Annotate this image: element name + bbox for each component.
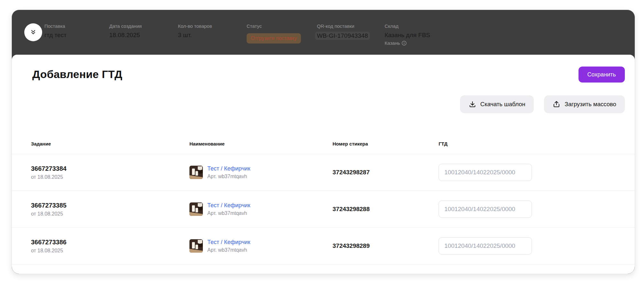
product-article: Арт. wb37mtqavh bbox=[207, 174, 250, 179]
supply-card: Поставка гтд тест Дата создания 18.08.20… bbox=[12, 10, 635, 274]
product-info: Тест / Кефирчик Арт. wb37mtqavh bbox=[207, 202, 250, 216]
product-article: Арт. wb37mtqavh bbox=[207, 247, 250, 253]
gtd-panel: Добавление ГТД Сохранить Скачать шаблон bbox=[12, 55, 635, 274]
column-header-gtd: ГТД bbox=[439, 141, 619, 146]
product-info: Тест / Кефирчик Арт. wb37mtqavh bbox=[207, 239, 250, 253]
upload-icon bbox=[553, 100, 560, 108]
warehouse-sub-label: Казань bbox=[385, 40, 400, 46]
column-header-sticker: Номер стикера bbox=[333, 141, 439, 146]
save-button[interactable]: Сохранить bbox=[579, 67, 625, 83]
field-supply-value: гтд тест bbox=[44, 32, 109, 39]
page: Поставка гтд тест Дата создания 18.08.20… bbox=[0, 0, 644, 284]
column-header-task: Задание bbox=[31, 141, 189, 146]
supply-summary-header: Поставка гтд тест Дата создания 18.08.20… bbox=[12, 10, 635, 55]
bulk-upload-button[interactable]: Загрузить массово bbox=[544, 95, 625, 113]
table-row: 3667273384 от 18.08.2025 bbox=[12, 154, 635, 191]
field-supply: Поставка гтд тест bbox=[44, 23, 109, 39]
page-title: Добавление ГТД bbox=[32, 68, 625, 81]
field-items-count: Кол-во товаров 3 шт. bbox=[178, 23, 247, 39]
task-cell: 3667273386 от 18.08.2025 bbox=[31, 239, 189, 254]
title-row: Добавление ГТД Сохранить bbox=[12, 55, 635, 81]
product-link[interactable]: Тест / Кефирчик bbox=[207, 202, 250, 209]
sticker-number: 37243298287 bbox=[333, 169, 439, 176]
actions-row: Скачать шаблон Загрузить массово bbox=[12, 95, 635, 113]
table-row: 3667273386 от 18.08.2025 bbox=[12, 228, 635, 264]
field-status: Статус Отгрузите поставку bbox=[247, 23, 317, 43]
product-link[interactable]: Тест / Кефирчик bbox=[207, 165, 250, 172]
download-icon bbox=[469, 100, 476, 108]
download-template-button[interactable]: Скачать шаблон bbox=[460, 95, 534, 113]
product-info: Тест / Кефирчик Арт. wb37mtqavh bbox=[207, 165, 250, 179]
status-badge: Отгрузите поставку bbox=[247, 33, 301, 43]
column-header-name: Наименование bbox=[189, 141, 333, 146]
field-qr-code: QR-код поставки WB-GI-170943348 bbox=[317, 23, 385, 40]
field-creation-date: Дата создания 18.08.2025 bbox=[109, 23, 178, 39]
task-cell: 3667273385 от 18.08.2025 bbox=[31, 202, 189, 217]
field-creation-date-label: Дата создания bbox=[109, 23, 178, 29]
info-icon[interactable] bbox=[402, 41, 407, 46]
field-warehouse: Склад Казань для FBS Казань bbox=[385, 23, 430, 46]
task-date: от 18.08.2025 bbox=[31, 211, 189, 217]
gtd-table: Задание Наименование Номер стикера ГТД 3… bbox=[12, 134, 635, 264]
field-items-count-value: 3 шт. bbox=[178, 32, 247, 39]
table-body: 3667273384 от 18.08.2025 bbox=[12, 154, 635, 264]
field-qr-code-label: QR-код поставки bbox=[317, 23, 385, 29]
task-number: 3667273385 bbox=[31, 202, 189, 209]
task-number: 3667273386 bbox=[31, 239, 189, 246]
sticker-number: 37243298289 bbox=[333, 242, 439, 249]
field-warehouse-label: Склад bbox=[385, 23, 430, 29]
product-article: Арт. wb37mtqavh bbox=[207, 210, 250, 216]
gtd-cell bbox=[439, 164, 619, 181]
task-cell: 3667273384 от 18.08.2025 bbox=[31, 165, 189, 180]
field-creation-date-value: 18.08.2025 bbox=[109, 32, 178, 39]
task-number: 3667273384 bbox=[31, 165, 189, 172]
expand-header-button[interactable] bbox=[24, 23, 42, 41]
product-cell: Тест / Кефирчик Арт. wb37mtqavh bbox=[189, 239, 333, 253]
gtd-input[interactable] bbox=[439, 201, 532, 218]
field-qr-code-value: WB-GI-170943348 bbox=[315, 32, 370, 40]
gtd-cell bbox=[439, 237, 619, 255]
bulk-upload-label: Загрузить массово bbox=[564, 101, 616, 108]
task-date: от 18.08.2025 bbox=[31, 248, 189, 254]
field-warehouse-value: Казань для FBS bbox=[385, 32, 430, 39]
product-image bbox=[189, 166, 203, 179]
field-supply-label: Поставка bbox=[44, 23, 109, 29]
gtd-cell bbox=[439, 201, 619, 218]
download-template-label: Скачать шаблон bbox=[480, 101, 525, 108]
product-image bbox=[189, 202, 203, 216]
product-cell: Тест / Кефирчик Арт. wb37mtqavh bbox=[189, 202, 333, 216]
product-image bbox=[189, 239, 203, 253]
warehouse-sub: Казань bbox=[385, 40, 430, 46]
table-header-row: Задание Наименование Номер стикера ГТД bbox=[12, 134, 635, 154]
field-status-label: Статус bbox=[247, 23, 317, 29]
double-chevron-down-icon bbox=[29, 28, 37, 36]
sticker-number: 37243298288 bbox=[333, 206, 439, 213]
gtd-input[interactable] bbox=[439, 164, 532, 181]
task-date: от 18.08.2025 bbox=[31, 174, 189, 180]
product-link[interactable]: Тест / Кефирчик bbox=[207, 239, 250, 245]
product-cell: Тест / Кефирчик Арт. wb37mtqavh bbox=[189, 165, 333, 179]
table-row: 3667273385 от 18.08.2025 bbox=[12, 191, 635, 228]
gtd-input[interactable] bbox=[439, 237, 532, 255]
field-items-count-label: Кол-во товаров bbox=[178, 23, 247, 29]
